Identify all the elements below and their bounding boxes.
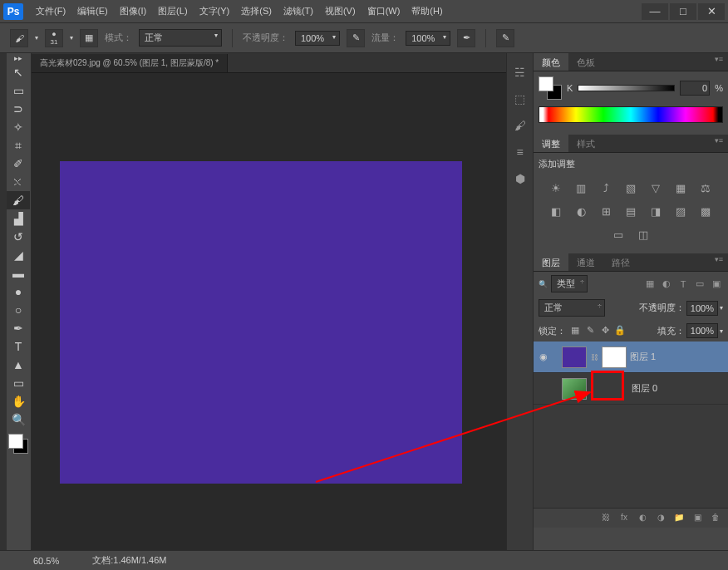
doc-size[interactable]: 文档:1.46M/1.46M [92, 554, 166, 567]
brush-panel-toggle[interactable]: ▦ [80, 29, 98, 47]
brightness-icon[interactable]: ☀ [548, 180, 564, 195]
layer-name[interactable]: 图层 0 [632, 382, 657, 395]
layer-thumbnail[interactable] [562, 378, 587, 400]
k-slider[interactable] [578, 85, 675, 91]
tab-paths[interactable]: 路径 [603, 253, 638, 271]
pen-tool[interactable]: ✒ [7, 319, 30, 337]
levels-icon[interactable]: ▥ [573, 180, 589, 195]
move-tool[interactable]: ↖ [7, 63, 30, 81]
menu-select[interactable]: 选择(S) [235, 2, 278, 21]
layer-mask-thumbnail[interactable] [602, 346, 627, 368]
mask-link-icon[interactable]: ⛓ [590, 353, 598, 361]
layer-blend-mode[interactable]: 正常 [539, 299, 605, 317]
color-panel-menu[interactable]: ▾≡ [710, 53, 728, 71]
photo-filter-icon[interactable]: ◐ [573, 204, 589, 219]
channel-mixer-icon[interactable]: ⊞ [598, 204, 614, 219]
clone-stamp-tool[interactable]: ▟ [7, 209, 30, 228]
window-close[interactable]: ✕ [698, 3, 725, 20]
color-swatches[interactable] [7, 432, 30, 455]
filter-adjust-icon[interactable]: ◐ [660, 278, 673, 291]
color-spectrum[interactable] [539, 106, 723, 123]
blur-tool[interactable]: ● [7, 283, 30, 301]
shape-tool[interactable]: ▭ [7, 374, 30, 392]
lasso-tool[interactable]: ⊃ [7, 100, 30, 118]
layer-row[interactable]: ◉ ⛓ 图层 1 [534, 342, 728, 373]
3d-panel-icon[interactable]: ⬢ [511, 170, 529, 188]
airbrush-icon[interactable]: ✒ [457, 29, 475, 47]
document-tab[interactable]: 高光素材029.jpg @ 60.5% (图层 1, 图层蒙版/8) * [32, 54, 228, 72]
tab-styles[interactable]: 样式 [568, 135, 603, 152]
collapse-toolbar[interactable]: ▸▸ [7, 53, 30, 63]
new-layer-icon[interactable]: ▣ [691, 513, 703, 524]
zoom-level[interactable]: 60.5% [33, 556, 59, 566]
menu-image[interactable]: 图像(I) [114, 2, 152, 21]
brush-tool[interactable]: 🖌 [7, 191, 30, 209]
lock-move-icon[interactable]: ✥ [599, 325, 611, 337]
gradient-map-icon[interactable]: ▭ [610, 227, 627, 242]
magic-wand-tool[interactable]: ✧ [7, 118, 30, 136]
adjust-panel-menu[interactable]: ▾≡ [710, 135, 728, 152]
layer-name[interactable]: 图层 1 [630, 351, 656, 363]
layer-row[interactable]: 图层 0 [534, 373, 728, 405]
layers-panel-menu[interactable]: ▾≡ [710, 253, 728, 271]
gradient-tool[interactable]: ▬ [7, 264, 30, 283]
history-panel-icon[interactable]: ☵ [511, 63, 529, 81]
menu-type[interactable]: 文字(Y) [194, 2, 236, 21]
vibrance-icon[interactable]: ▽ [647, 180, 664, 195]
zoom-tool[interactable]: 🔍 [7, 410, 30, 429]
window-maximize[interactable]: □ [670, 3, 696, 20]
menu-window[interactable]: 窗口(W) [362, 2, 406, 21]
filter-type-icon[interactable]: T [676, 278, 690, 291]
menu-edit[interactable]: 编辑(E) [71, 2, 114, 21]
tool-preset-icon[interactable]: 🖌 [10, 29, 28, 47]
lock-pixels-icon[interactable]: ▦ [569, 325, 581, 337]
exposure-icon[interactable]: ▧ [622, 180, 639, 195]
flow-value[interactable]: 100% [406, 31, 450, 46]
brush-preset-picker[interactable]: ● 31 [45, 29, 63, 47]
k-value-input[interactable] [680, 81, 710, 96]
filter-pixel-icon[interactable]: ▦ [643, 278, 657, 291]
posterize-icon[interactable]: ▨ [672, 204, 689, 219]
menu-layer[interactable]: 图层(L) [152, 2, 193, 21]
brush-presets-icon[interactable]: ≡ [511, 143, 529, 161]
blend-mode-dropdown[interactable]: 正常 [139, 29, 222, 47]
menu-help[interactable]: 帮助(H) [406, 2, 448, 21]
new-adjust-icon[interactable]: ◑ [655, 513, 667, 524]
lock-position-icon[interactable]: ✎ [584, 325, 596, 337]
tab-color[interactable]: 颜色 [534, 53, 568, 71]
properties-panel-icon[interactable]: ⬚ [511, 90, 529, 108]
type-tool[interactable]: T [7, 337, 30, 356]
path-selection-tool[interactable]: ▲ [7, 356, 30, 374]
hand-tool[interactable]: ✋ [7, 392, 30, 410]
pressure-size-icon[interactable]: ✎ [496, 29, 514, 47]
history-brush-tool[interactable]: ↺ [7, 228, 30, 246]
layer-thumbnail[interactable] [562, 346, 587, 368]
color-balance-icon[interactable]: ⚖ [697, 180, 714, 195]
color-lookup-icon[interactable]: ▤ [622, 204, 639, 219]
tab-adjustments[interactable]: 调整 [534, 135, 568, 152]
visibility-toggle[interactable]: ◉ [537, 351, 550, 362]
canvas[interactable] [60, 161, 462, 484]
eraser-tool[interactable]: ◢ [7, 246, 30, 264]
brush-panel-icon[interactable]: 🖌 [511, 116, 529, 135]
pressure-opacity-icon[interactable]: ✎ [347, 29, 365, 47]
delete-layer-icon[interactable]: 🗑 [710, 513, 721, 524]
fill-value[interactable]: 100% [686, 323, 718, 338]
opacity-value[interactable]: 100% [295, 31, 340, 46]
lock-all-icon[interactable]: 🔒 [614, 325, 626, 337]
window-minimize[interactable]: — [642, 3, 668, 20]
selective-color-icon[interactable]: ◫ [635, 227, 652, 242]
tab-channels[interactable]: 通道 [568, 253, 603, 271]
tab-layers[interactable]: 图层 [534, 253, 568, 271]
link-layers-icon[interactable]: ⛓ [600, 513, 612, 524]
threshold-icon[interactable]: ▩ [697, 204, 714, 219]
add-mask-icon[interactable]: ◐ [637, 513, 648, 524]
filter-kind-dropdown[interactable]: 类型 [551, 275, 588, 292]
filter-smart-icon[interactable]: ▣ [710, 278, 723, 291]
new-group-icon[interactable]: 📁 [673, 513, 685, 524]
layer-opacity-value[interactable]: 100% [686, 301, 718, 316]
curves-icon[interactable]: ⤴ [598, 180, 614, 195]
healing-brush-tool[interactable]: ⛌ [7, 173, 30, 191]
menu-filter[interactable]: 滤镜(T) [278, 2, 319, 21]
tab-swatches[interactable]: 色板 [568, 53, 603, 71]
